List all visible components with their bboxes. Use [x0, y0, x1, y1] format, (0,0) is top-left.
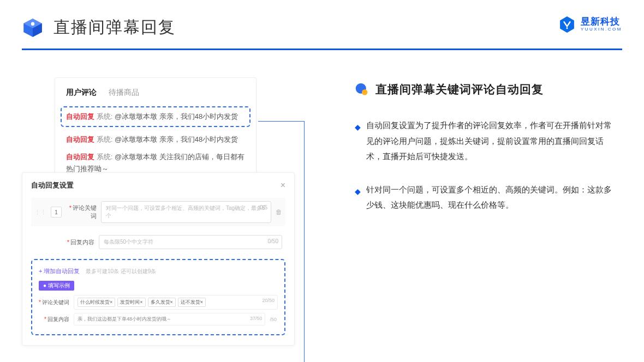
bullet-2-text: 针对同一个问题，可设置多个相近的、高频的关键词。例如：这款多少钱、这块能优惠吗、… [366, 182, 617, 213]
example-row-content: *回复内容 亲，我们这边都是下单48小时内发货的哦～ 37/50 /50 [39, 313, 278, 325]
cube-icon [22, 17, 44, 39]
connector-line [258, 121, 305, 362]
comment-tabs: 用户评论 待播商品 [66, 88, 245, 98]
settings-card: 自动回复设置 × ⋮⋮ 1 *评论关键词 对同一个问题，可设置多个相近、高频的关… [22, 172, 295, 346]
diamond-bullet-icon: ◆ [355, 120, 361, 165]
bullet-2: ◆ 针对同一个问题，可设置多个相近的、高频的关键词。例如：这款多少钱、这块能优惠… [355, 182, 617, 213]
tab-pending-goods[interactable]: 待播商品 [109, 88, 139, 98]
right-panel: 直播间弹幕关键词评论自动回复 ◆ 自动回复设置为了提升作者的评论回复效率，作者可… [355, 77, 622, 346]
add-auto-reply-link[interactable]: + 增加自动回复 [39, 267, 80, 275]
svg-point-4 [566, 27, 568, 29]
svg-point-6 [362, 89, 367, 95]
comment-line-2: 自动回复 系统: @冰墩墩本墩 亲亲，我们48小时内发货 [66, 134, 245, 146]
form-row-content: *回复内容 每条限50个中文字符 0/50 [31, 232, 285, 252]
row-number: 1 [51, 207, 62, 218]
form-row-keyword: ⋮⋮ 1 *评论关键词 对同一个问题，可设置多个相近、高频的关键词，Tag确定，… [31, 198, 285, 226]
section-title: 直播间弹幕关键词评论自动回复 [375, 82, 544, 97]
auto-reply-tag: 自动回复 [66, 112, 94, 120]
highlighted-comment: 自动回复 系统: @冰墩墩本墩 亲亲，我们48小时内发货 [61, 106, 251, 127]
content-label: 回复内容 [70, 239, 94, 245]
section-header: 直播间弹幕关键词评论自动回复 [355, 82, 622, 97]
chat-bubble-icon [355, 82, 369, 96]
example-content-input[interactable]: 亲，我们这边都是下单48小时内发货的哦～ 37/50 [74, 313, 265, 325]
system-label: 系统: [97, 112, 113, 120]
brand-sub: YUUXIN.COM [581, 27, 622, 32]
example-keyword-input[interactable]: 什么时候发货× 发货时间× 多久发货× 还不发货× 20/50 [74, 295, 278, 310]
example-box: + 增加自动回复 最多可建10条 还可以创建9条 ● 填写示例 *评论关键词 什… [31, 259, 285, 335]
content-input[interactable]: 每条限50个中文字符 0/50 [99, 235, 282, 249]
brand-logo: 昱新科技 YUUXIN.COM [558, 15, 622, 34]
brand-name: 昱新科技 [581, 17, 622, 27]
comment-line-3: 自动回复 系统: @冰墩墩本墩 关注我们的店铺，每日都有热门推荐呦～ [66, 151, 245, 175]
example-badge: ● 填写示例 [39, 281, 74, 291]
bullet-1: ◆ 自动回复设置为了提升作者的评论回复效率，作者可在开播前针对常见的评论用户问题… [355, 118, 617, 165]
add-hint: 最多可建10条 还可以创建9条 [86, 268, 156, 274]
page-title: 直播间弹幕回复 [53, 16, 176, 39]
comment-text: @冰墩墩本墩 亲亲，我们48小时内发货 [115, 112, 238, 120]
bullet-1-text: 自动回复设置为了提升作者的评论回复效率，作者可在开播前针对常见的评论用户问题，提… [366, 118, 617, 165]
keyword-label: 评论关键词 [73, 204, 97, 219]
example-row-keyword: *评论关键词 什么时候发货× 发货时间× 多久发货× 还不发货× 20/50 [39, 295, 278, 310]
left-panel: 用户评论 待播商品 自动回复 系统: @冰墩墩本墩 亲亲，我们48小时内发货 自… [22, 77, 300, 346]
tab-user-comments[interactable]: 用户评论 [66, 88, 97, 98]
keyword-input[interactable]: 对同一个问题，可设置多个相近、高频的关键词，Tag确定，最多5个 0/5 [101, 201, 271, 223]
drag-handle-icon[interactable]: ⋮⋮ [34, 209, 46, 216]
svg-point-3 [31, 22, 34, 25]
diamond-bullet-icon: ◆ [355, 184, 361, 213]
main-content: 用户评论 待播商品 自动回复 系统: @冰墩墩本墩 亲亲，我们48小时内发货 自… [0, 50, 644, 357]
settings-title: 自动回复设置 [31, 180, 74, 190]
comment-card: 用户评论 待播商品 自动回复 系统: @冰墩墩本墩 亲亲，我们48小时内发货 自… [55, 77, 257, 185]
header: 直播间弹幕回复 昱新科技 YUUXIN.COM [0, 0, 644, 44]
brand-icon [558, 15, 576, 34]
